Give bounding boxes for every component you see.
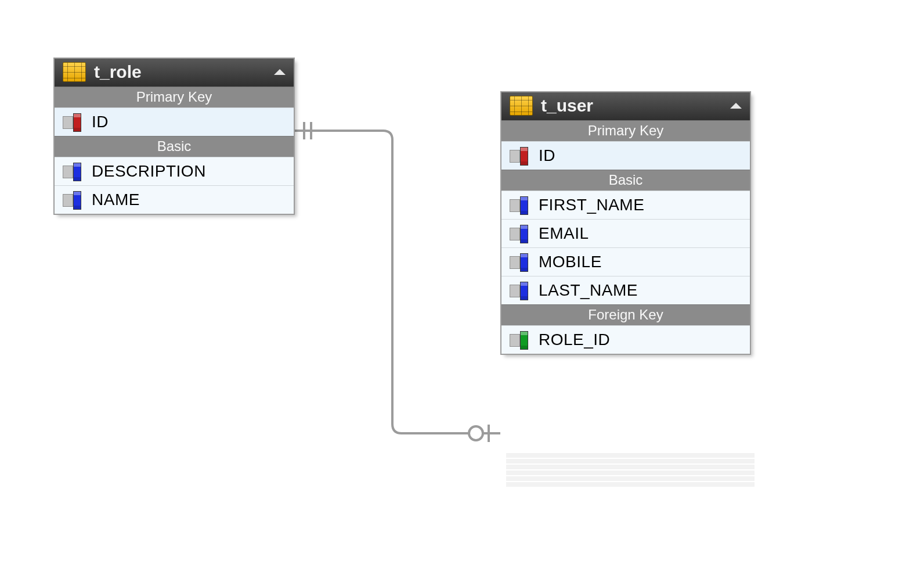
entity-t-role[interactable]: t_role Primary Key ID Basic DESCRIPTION …: [53, 58, 295, 215]
section-header-pk: Primary Key: [55, 87, 294, 107]
column-row[interactable]: FIRST_NAME: [501, 191, 750, 219]
column-name: ROLE_ID: [539, 330, 610, 349]
column-row[interactable]: EMAIL: [501, 219, 750, 247]
section-header-fk: Foreign Key: [501, 304, 750, 325]
column-name: ID: [92, 113, 109, 131]
pk-column-icon: [510, 147, 529, 164]
table-icon: [510, 96, 533, 116]
table-icon: [63, 62, 86, 82]
column-row[interactable]: DESCRIPTION: [55, 157, 294, 185]
basic-column-icon: [510, 253, 529, 271]
basic-column-icon: [63, 191, 82, 209]
section-header-basic: Basic: [55, 136, 294, 157]
basic-column-icon: [510, 225, 529, 242]
entity-name: t_user: [541, 96, 593, 116]
section-header-pk: Primary Key: [501, 120, 750, 141]
entity-t-user[interactable]: t_user Primary Key ID Basic FIRST_NAME E…: [500, 91, 751, 355]
column-row[interactable]: NAME: [55, 185, 294, 214]
erd-canvas: t_role Primary Key ID Basic DESCRIPTION …: [0, 0, 924, 582]
basic-column-icon: [63, 163, 82, 180]
column-row[interactable]: ID: [501, 141, 750, 170]
basic-column-icon: [510, 196, 529, 214]
section-header-basic: Basic: [501, 170, 750, 191]
column-name: LAST_NAME: [539, 281, 638, 300]
column-row[interactable]: MOBILE: [501, 247, 750, 276]
column-name: FIRST_NAME: [539, 196, 644, 214]
column-name: ID: [539, 146, 555, 165]
column-row[interactable]: LAST_NAME: [501, 276, 750, 304]
entity-name: t_role: [94, 62, 142, 82]
entity-title-t-user[interactable]: t_user: [501, 92, 750, 120]
stack-shadow: [506, 453, 755, 494]
column-name: EMAIL: [539, 224, 589, 243]
column-name: NAME: [92, 191, 140, 209]
column-name: MOBILE: [539, 253, 602, 271]
basic-column-icon: [510, 282, 529, 299]
column-name: DESCRIPTION: [92, 162, 206, 181]
entity-title-t-role[interactable]: t_role: [55, 59, 294, 87]
column-row[interactable]: ID: [55, 107, 294, 136]
collapse-icon[interactable]: [274, 69, 286, 75]
column-row[interactable]: ROLE_ID: [501, 325, 750, 354]
fk-column-icon: [510, 331, 529, 349]
pk-column-icon: [63, 113, 82, 131]
collapse-icon[interactable]: [730, 103, 742, 109]
svg-point-2: [469, 426, 483, 440]
